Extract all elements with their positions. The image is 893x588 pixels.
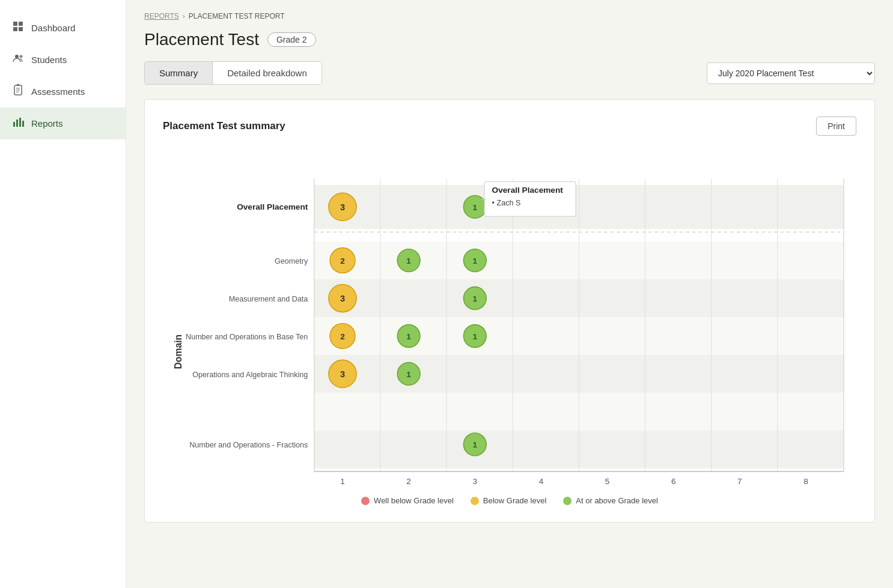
svg-text:Overall Placement: Overall Placement [492, 186, 564, 195]
legend-label-below: Below Grade level [483, 496, 547, 505]
sidebar-item-dashboard[interactable]: Dashboard [0, 12, 126, 44]
svg-rect-11 [22, 121, 24, 127]
summary-card: Placement Test summary Print [144, 99, 875, 523]
breadcrumb-current: PLACEMENT TEST REPORT [189, 12, 285, 20]
svg-text:4: 4 [539, 477, 544, 484]
legend-label-well-below: Well below Grade level [374, 496, 454, 505]
svg-text:1: 1 [406, 370, 411, 379]
sidebar-item-reports-label: Reports [31, 118, 63, 129]
chart-svg: 1 2 3 4 5 6 7 8 Grade Domain Overall Pla… [163, 150, 856, 484]
page-title: Placement Test [144, 30, 259, 49]
svg-text:Domain: Domain [173, 335, 183, 369]
sidebar-item-assessments-label: Assessments [31, 86, 85, 97]
sidebar-item-students[interactable]: Students [0, 44, 126, 76]
page-title-row: Placement Test Grade 2 [144, 30, 875, 49]
svg-text:Geometry: Geometry [275, 257, 308, 265]
breadcrumb: REPORTS › PLACEMENT TEST REPORT [144, 12, 875, 20]
svg-point-5 [20, 55, 23, 58]
breadcrumb-parent[interactable]: REPORTS [144, 12, 179, 20]
svg-rect-10 [19, 118, 21, 127]
svg-text:1: 1 [406, 256, 411, 265]
svg-point-4 [15, 55, 19, 58]
breadcrumb-separator: › [183, 12, 185, 20]
students-icon [12, 52, 24, 67]
legend-below: Below Grade level [471, 496, 547, 505]
svg-rect-0 [13, 22, 17, 26]
svg-text:Number and Operations in Base : Number and Operations in Base Ten [186, 333, 308, 341]
svg-text:Measurement and Data: Measurement and Data [229, 295, 308, 303]
legend-dot-at-above [563, 497, 571, 505]
svg-text:1: 1 [473, 332, 478, 341]
svg-rect-2 [13, 27, 17, 31]
chart-legend: Well below Grade level Below Grade level… [163, 496, 856, 505]
svg-text:2: 2 [340, 332, 345, 341]
svg-text:Operations and Algebraic Think: Operations and Algebraic Thinking [192, 371, 308, 379]
legend-dot-well-below [361, 497, 370, 505]
svg-text:Overall Placement: Overall Placement [237, 202, 308, 211]
svg-rect-9 [16, 120, 18, 127]
svg-rect-3 [19, 27, 23, 31]
svg-text:1: 1 [340, 477, 345, 484]
svg-rect-8 [13, 122, 15, 127]
grade-badge: Grade 2 [267, 32, 316, 47]
test-select[interactable]: July 2020 Placement Test June 2020 Place… [707, 62, 875, 84]
svg-text:1: 1 [473, 440, 478, 449]
svg-text:6: 6 [671, 477, 676, 484]
svg-text:1: 1 [406, 332, 411, 341]
legend-label-at-above: At or above Grade level [576, 496, 658, 505]
svg-rect-1 [19, 22, 23, 26]
dashboard-icon [12, 20, 24, 35]
svg-text:3: 3 [340, 202, 345, 212]
svg-text:5: 5 [605, 477, 610, 484]
sidebar-item-students-label: Students [31, 55, 67, 65]
legend-at-above: At or above Grade level [563, 496, 658, 505]
legend-dot-below [471, 497, 479, 505]
svg-text:8: 8 [803, 477, 808, 484]
sidebar-item-reports[interactable]: Reports [0, 108, 126, 139]
tab-group: Summary Detailed breakdown [144, 61, 322, 85]
svg-text:3: 3 [340, 294, 345, 303]
chart-container: 1 2 3 4 5 6 7 8 Grade Domain Overall Pla… [163, 150, 856, 505]
main-content: REPORTS › PLACEMENT TEST REPORT Placemen… [126, 0, 893, 588]
svg-text:7: 7 [737, 477, 742, 484]
svg-text:• Zach S: • Zach S [492, 199, 521, 207]
svg-text:1: 1 [473, 203, 478, 212]
svg-text:Number and Operations - Fracti: Number and Operations - Fractions [189, 441, 308, 449]
svg-text:1: 1 [473, 256, 478, 265]
tab-summary[interactable]: Summary [145, 62, 213, 84]
sidebar: Dashboard Students Assessments Reports [0, 0, 126, 588]
tabs-row: Summary Detailed breakdown July 2020 Pla… [144, 61, 875, 85]
sidebar-item-dashboard-label: Dashboard [31, 23, 75, 33]
assessments-icon [12, 84, 24, 99]
svg-text:2: 2 [406, 477, 411, 484]
print-button[interactable]: Print [816, 117, 856, 136]
tab-detailed-breakdown[interactable]: Detailed breakdown [213, 62, 322, 84]
svg-text:3: 3 [340, 369, 345, 379]
svg-text:1: 1 [473, 294, 478, 303]
svg-text:2: 2 [340, 256, 345, 265]
legend-well-below: Well below Grade level [361, 496, 454, 505]
reports-icon [12, 116, 24, 131]
svg-rect-7 [17, 84, 19, 86]
sidebar-item-assessments[interactable]: Assessments [0, 76, 126, 108]
card-header: Placement Test summary Print [163, 117, 856, 136]
svg-text:3: 3 [473, 477, 478, 484]
card-title: Placement Test summary [163, 120, 285, 132]
